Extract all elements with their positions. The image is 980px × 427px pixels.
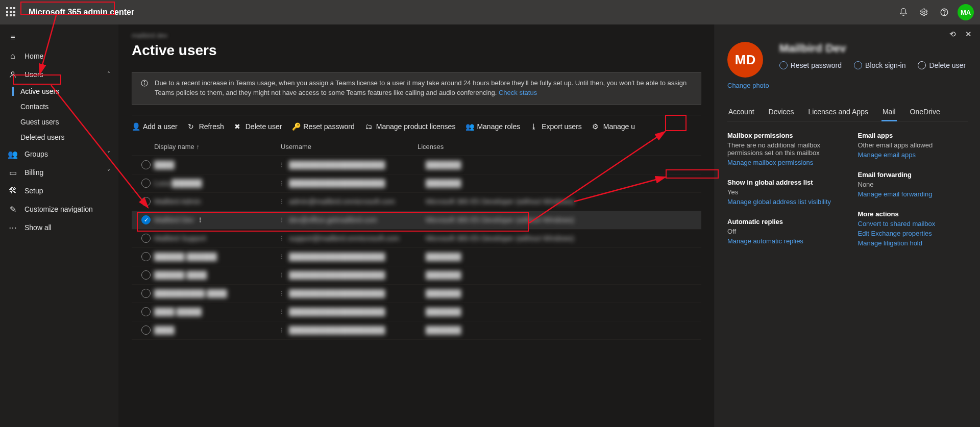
col-username[interactable]: Username (281, 143, 418, 150)
delete-user-label: Delete user (246, 122, 282, 131)
nav-guest-users[interactable]: Guest users (0, 114, 118, 130)
row-more-icon[interactable]: ⁝ (281, 216, 289, 224)
col-display-name[interactable]: Display name ↑ (154, 143, 281, 150)
row-more-icon[interactable]: ⁝ (281, 234, 289, 242)
add-user-button[interactable]: 👤Add a user (132, 122, 178, 131)
row-checkbox[interactable] (138, 270, 154, 280)
row-checkbox[interactable] (138, 179, 154, 188)
tab-devices[interactable]: Devices (768, 104, 795, 121)
panel-section: Email appsOther email apps allowedManage… (858, 132, 968, 159)
nav-contacts[interactable]: Contacts (0, 99, 118, 114)
row-more-icon[interactable]: ⁝ (281, 197, 289, 206)
manage-username-button[interactable]: ⚙Manage u (592, 122, 635, 131)
nav-setup[interactable]: 🛠Setup (0, 182, 118, 200)
row-more-icon[interactable]: ⁝ (281, 308, 289, 316)
row-licenses: Microsoft 365 E5 Developer (without Wind… (426, 234, 574, 242)
row-name: Luca ██████ (154, 179, 202, 187)
nav-deleted-users[interactable]: Deleted users (0, 130, 118, 145)
user-icon (8, 70, 17, 79)
section-link[interactable]: Manage mailbox permissions (727, 159, 838, 166)
row-more-icon[interactable]: ⁝ (281, 253, 289, 261)
row-licenses: ███████ (426, 161, 461, 169)
row-licenses: Microsoft 365 E5 Developer (without Wind… (426, 197, 574, 206)
change-photo-link[interactable]: Change photo (727, 82, 769, 89)
account-avatar[interactable]: MA (958, 4, 974, 20)
col-licenses[interactable]: Licenses (418, 143, 701, 150)
nav-active-users[interactable]: Active users (0, 84, 118, 99)
panel-popout-icon[interactable]: ⟲ (949, 30, 956, 39)
nav-groups[interactable]: 👥Groups˅ (0, 145, 118, 163)
row-more-icon[interactable]: ⁝ (281, 161, 289, 169)
section-title: Automatic replies (727, 218, 838, 225)
row-more-icon[interactable]: ⁝ (281, 179, 289, 187)
tab-account[interactable]: Account (727, 104, 755, 121)
section-link[interactable]: Manage litigation hold (858, 239, 968, 247)
tab-mail[interactable]: Mail (881, 104, 897, 121)
row-checkbox[interactable] (138, 325, 154, 335)
nav-contacts-label: Contacts (20, 103, 48, 111)
tab-onedrive[interactable]: OneDrive (909, 104, 941, 121)
row-more-icon[interactable]: ⁝ (199, 216, 202, 224)
section-link[interactable]: Manage global address list visibility (727, 198, 838, 206)
table-row[interactable]: ✓Mailbird Dev⁝⁝dev@office.getmailbird.co… (132, 211, 701, 230)
check-status-link[interactable]: Check status (499, 89, 537, 96)
row-checkbox[interactable]: ✓ (138, 215, 154, 224)
breadcrumb: mailbird dev (132, 32, 701, 39)
panel-close-icon[interactable]: ✕ (965, 30, 972, 39)
nav-billing[interactable]: ▭Billing˅ (0, 163, 118, 182)
license-icon: 🗂 (365, 122, 373, 131)
app-launcher-icon[interactable] (6, 7, 16, 17)
table-row[interactable]: ████ █████⁝██████████████████████████ (132, 303, 701, 321)
delete-user-action[interactable]: Delete user (918, 61, 966, 69)
table-row[interactable]: ██████ ██████⁝██████████████████████████ (132, 248, 701, 266)
manage-licenses-button[interactable]: 🗂Manage product licenses (365, 122, 456, 131)
table-row[interactable]: ██████ ████⁝██████████████████████████ (132, 266, 701, 285)
info-banner: Due to a recent increase in Teams usage,… (132, 72, 701, 105)
section-link[interactable]: Manage email apps (858, 151, 968, 159)
reset-password-action[interactable]: Reset password (779, 61, 842, 69)
row-checkbox[interactable] (138, 289, 154, 298)
notifications-icon[interactable] (893, 2, 914, 22)
manage-licenses-label: Manage product licenses (376, 122, 456, 131)
row-checkbox[interactable] (138, 160, 154, 169)
block-signin-action[interactable]: Block sign-in (854, 61, 905, 69)
table-row[interactable]: ████⁝██████████████████████████ (132, 321, 701, 340)
tab-licenses-and-apps[interactable]: Licenses and Apps (807, 104, 869, 121)
table-row[interactable]: ████⁝██████████████████████████ (132, 156, 701, 174)
section-link[interactable]: Manage email forwarding (858, 190, 968, 198)
section-link[interactable]: Edit Exchange properties (858, 230, 968, 237)
row-checkbox[interactable] (138, 234, 154, 243)
nav-show-all[interactable]: ⋯Show all (0, 218, 118, 237)
panel-section: Automatic repliesOffManage automatic rep… (727, 218, 838, 245)
table-row[interactable]: Luca ██████⁝██████████████████████████ (132, 174, 701, 193)
manage-roles-button[interactable]: 👥Manage roles (465, 122, 520, 131)
nav-show-all-label: Show all (24, 223, 52, 232)
reset-password-button[interactable]: 🔑Reset password (292, 122, 354, 131)
nav-customize[interactable]: ✎Customize navigation (0, 200, 118, 218)
row-name: ██████ ██████ (154, 253, 217, 261)
row-more-icon[interactable]: ⁝ (281, 271, 289, 279)
help-icon[interactable] (934, 2, 954, 22)
info-banner-text: Due to a recent increase in Teams usage,… (155, 79, 693, 98)
reset-password-action-label: Reset password (791, 61, 842, 69)
table-row[interactable]: Mailbird Admin⁝admin@mailbird.onmicrosof… (132, 193, 701, 211)
row-more-icon[interactable]: ⁝ (281, 326, 289, 334)
row-checkbox[interactable] (138, 197, 154, 206)
nav-users[interactable]: Users ˄ (0, 65, 118, 84)
section-link[interactable]: Manage automatic replies (727, 237, 838, 245)
table-row[interactable]: Mailbird Support⁝support@mailbird.onmicr… (132, 230, 701, 248)
table-row[interactable]: ██████████ ████⁝████████████████████████… (132, 285, 701, 303)
nav-home[interactable]: ⌂Home (0, 47, 118, 65)
delete-user-button[interactable]: ✖Delete user (234, 122, 282, 131)
row-username: ███████████████████ (289, 253, 385, 261)
delete-user-action-label: Delete user (929, 61, 966, 69)
section-link[interactable]: Convert to shared mailbox (858, 220, 968, 228)
export-users-button[interactable]: ⭳Export users (530, 122, 582, 131)
settings-gear-icon[interactable] (914, 2, 934, 22)
row-checkbox[interactable] (138, 307, 154, 316)
row-checkbox[interactable] (138, 252, 154, 261)
refresh-button[interactable]: ↻Refresh (188, 122, 224, 131)
section-title: Email apps (858, 132, 968, 139)
nav-hamburger[interactable]: ≡ (0, 29, 118, 47)
row-more-icon[interactable]: ⁝ (281, 289, 289, 297)
